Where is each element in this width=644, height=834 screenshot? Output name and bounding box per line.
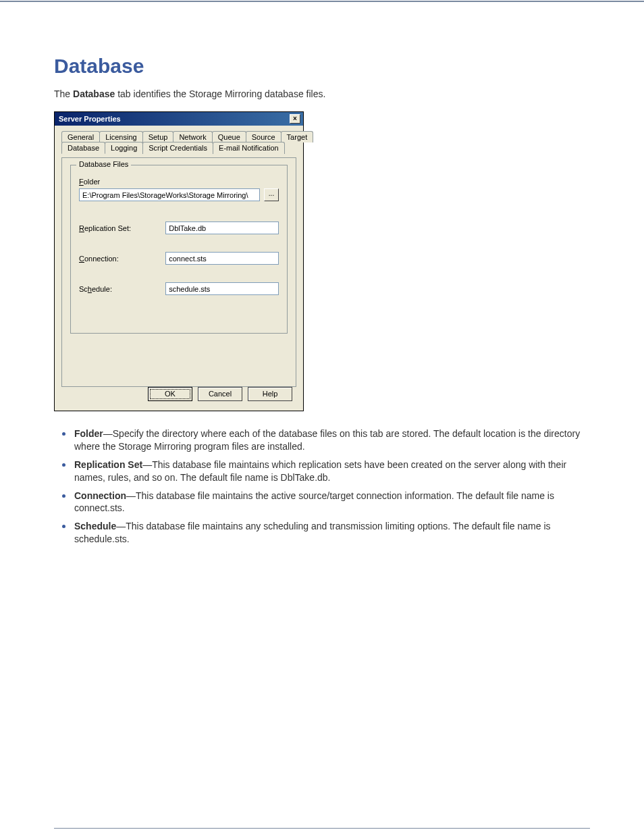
dialog-title: Server Properties [59, 115, 121, 123]
replication-set-label: Replication Set: [79, 224, 165, 232]
help-button[interactable]: Help [248, 387, 292, 401]
tab-licensing[interactable]: Licensing [99, 131, 142, 142]
database-files-group: Database Files Folder ... Replication Se… [70, 165, 288, 334]
close-icon[interactable]: × [290, 114, 300, 124]
list-item: Schedule—This database file maintains an… [74, 520, 590, 546]
ok-button[interactable]: OK [148, 387, 192, 401]
list-item: Replication Set—This database file maint… [74, 459, 590, 484]
term: Folder [74, 428, 103, 439]
server-properties-dialog: Server Properties × General Licensing Se… [54, 111, 304, 411]
tab-pane: Database Files Folder ... Replication Se… [61, 157, 296, 387]
schedule-label: Schedule: [79, 285, 165, 293]
tab-email-notification[interactable]: E-mail Notification [213, 142, 285, 154]
dialog-titlebar: Server Properties × [55, 112, 303, 126]
connection-label: Connection: [79, 255, 165, 263]
term-text: —This database file maintains the active… [74, 490, 554, 514]
description-list: Folder—Specify the directory where each … [54, 427, 590, 546]
tab-logging[interactable]: Logging [105, 142, 143, 154]
intro-pre: The [54, 88, 73, 99]
folder-label: Folder [79, 178, 279, 186]
connection-input[interactable] [165, 252, 279, 265]
folder-input[interactable] [79, 188, 260, 201]
term: Replication Set [74, 459, 142, 470]
tab-script-credentials[interactable]: Script Credentials [142, 142, 213, 154]
tab-source[interactable]: Source [246, 131, 281, 142]
list-item: Connection—This database file maintains … [74, 490, 590, 515]
term-text: —This database file maintains any schedu… [74, 521, 551, 544]
intro-text: The Database tab identifies the Storage … [54, 88, 590, 99]
term-text: —This database file maintains which repl… [74, 459, 566, 483]
schedule-input[interactable] [165, 282, 279, 295]
page-footer: 20 - 12 [54, 828, 590, 834]
term: Schedule [74, 521, 116, 531]
replication-set-input[interactable] [165, 221, 279, 234]
term-text: —Specify the directory where each of the… [74, 428, 580, 452]
intro-bold: Database [73, 88, 115, 99]
term: Connection [74, 490, 126, 501]
browse-button[interactable]: ... [264, 188, 279, 201]
list-item: Folder—Specify the directory where each … [74, 427, 590, 453]
tab-queue[interactable]: Queue [212, 131, 246, 142]
group-legend: Database Files [76, 160, 131, 168]
tab-network[interactable]: Network [173, 131, 212, 142]
tab-general[interactable]: General [61, 131, 100, 142]
cancel-button[interactable]: Cancel [198, 387, 242, 401]
tab-strip: General Licensing Setup Network Queue So… [61, 131, 296, 154]
tab-target[interactable]: Target [281, 131, 314, 142]
intro-post: tab identifies the Storage Mirroring dat… [115, 88, 325, 99]
tab-setup[interactable]: Setup [142, 131, 174, 142]
page-title: Database [54, 55, 590, 78]
tab-database[interactable]: Database [61, 142, 105, 154]
